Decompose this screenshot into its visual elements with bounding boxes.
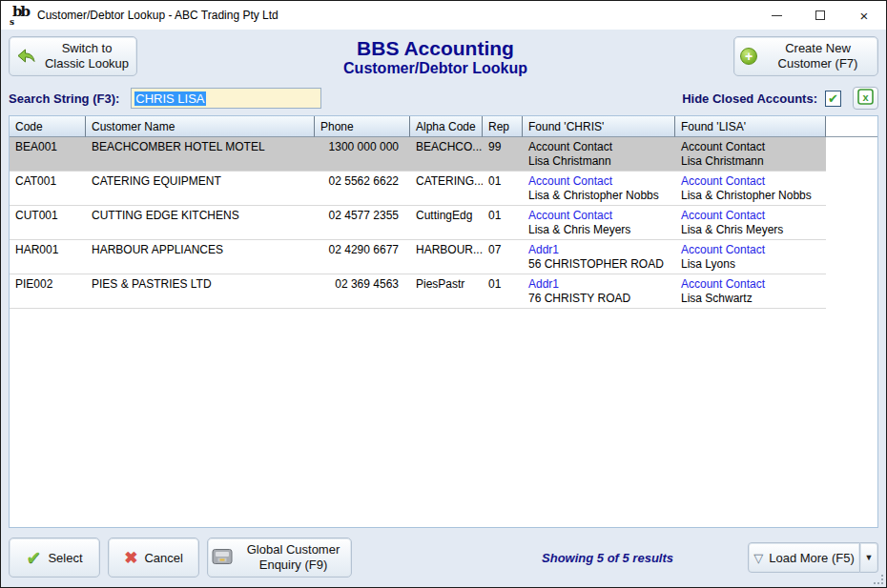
- select-button[interactable]: ✔ Select: [9, 537, 100, 578]
- switch-arrow-icon: [15, 47, 36, 67]
- lookup-window: bb s Customer/Debtor Lookup - ABC Tradin…: [0, 0, 887, 588]
- found-chris-value: Lisa & Christopher Nobbs: [528, 189, 670, 203]
- search-value: CHRIS LISA: [134, 91, 205, 106]
- select-button-label: Select: [48, 551, 82, 565]
- cell-phone: 02 4577 2355: [315, 206, 410, 240]
- cell-found-lisa: Account Contact Lisa & Christopher Nobbs: [675, 172, 826, 206]
- column-header-found-lisa[interactable]: Found 'LISA': [675, 116, 826, 137]
- table-header-row: Code Customer Name Phone Alpha Code Rep …: [10, 116, 877, 137]
- maximize-button[interactable]: [798, 1, 842, 30]
- column-header-phone[interactable]: Phone: [315, 116, 410, 137]
- create-button-label: Create New Customer (F7): [764, 41, 872, 72]
- cell-alpha-code: HARBOUR...: [410, 240, 483, 274]
- column-header-customer-name[interactable]: Customer Name: [86, 116, 315, 137]
- app-title: BBS Accounting: [137, 37, 733, 60]
- found-lisa-value: Lisa & Chris Meyers: [681, 223, 820, 237]
- cell-filler: [826, 240, 877, 274]
- cell-phone: 02 369 4563: [315, 274, 410, 309]
- cell-filler: [826, 206, 877, 240]
- found-chris-link[interactable]: Addr1: [528, 243, 670, 257]
- table-row[interactable]: HAR001 HARBOUR APPLIANCES 02 4290 6677 H…: [10, 240, 877, 274]
- found-lisa-link[interactable]: Account Contact: [681, 209, 820, 223]
- cell-alpha-code: PiesPastr: [410, 274, 483, 309]
- found-chris-link[interactable]: Account Contact: [528, 174, 670, 189]
- load-more-button[interactable]: ▽ Load More (F5): [748, 542, 860, 573]
- maximize-icon: [815, 10, 825, 20]
- cell-rep: 01: [483, 206, 523, 240]
- create-new-customer-button[interactable]: + Create New Customer (F7): [733, 36, 878, 76]
- global-button-label: Global Customer Enquiry (F9): [239, 542, 347, 574]
- table-body: BEA001 BEACHCOMBER HOTEL MOTEL 1300 000 …: [10, 137, 877, 309]
- cell-alpha-code: BEACHCO...: [410, 137, 483, 172]
- switch-button-label: Switch to Classic Lookup: [43, 41, 131, 72]
- plus-icon: +: [740, 48, 757, 65]
- results-status: Showing 5 of 5 results: [542, 551, 673, 565]
- found-chris-value: 56 CHRISTOPHER ROAD: [528, 257, 670, 272]
- cell-alpha-code: CATERING...: [410, 172, 483, 206]
- minimize-button[interactable]: [754, 1, 798, 30]
- found-lisa-link[interactable]: Account Contact: [681, 243, 820, 257]
- cell-alpha-code: CuttingEdg: [410, 206, 483, 240]
- column-header-code[interactable]: Code: [10, 116, 86, 137]
- page-title: Customer/Debtor Lookup: [137, 60, 733, 77]
- found-chris-link[interactable]: Addr1: [528, 277, 670, 292]
- cell-filler: [826, 172, 877, 206]
- minimize-icon: [772, 15, 782, 16]
- cell-code: HAR001: [10, 240, 86, 274]
- close-icon: ×: [860, 9, 869, 23]
- search-input[interactable]: CHRIS LISA: [131, 88, 321, 109]
- found-lisa-value: Lisa Christmann: [681, 154, 820, 169]
- cell-found-lisa: Account Contact Lisa Lyons: [675, 240, 826, 274]
- app-icon: bb s: [9, 6, 30, 25]
- dropdown-arrow-icon: ▼: [865, 553, 874, 562]
- column-header-rep[interactable]: Rep: [483, 116, 523, 137]
- load-more-dropdown-button[interactable]: ▼: [860, 542, 878, 573]
- cell-filler: [826, 274, 877, 309]
- cell-found-chris: Addr1 76 CHRISTY ROAD: [523, 274, 675, 309]
- cell-customer-name: CUTTING EDGE KITCHENS: [86, 206, 315, 240]
- window-title: Customer/Debtor Lookup - ABC Trading Pty…: [37, 9, 278, 22]
- cell-phone: 1300 000 000: [315, 137, 410, 172]
- cell-filler: [826, 137, 877, 172]
- cell-phone: 02 4290 6677: [315, 240, 410, 274]
- search-bar: Search String (F3): CHRIS LISA Hide Clos…: [1, 77, 886, 115]
- load-more-label: Load More (F5): [769, 551, 855, 565]
- cancel-x-icon: ✖: [124, 550, 137, 566]
- column-header-filler: [826, 116, 877, 137]
- column-header-alpha-code[interactable]: Alpha Code: [410, 116, 483, 137]
- found-lisa-link[interactable]: Account Contact: [681, 140, 820, 154]
- column-header-found-chris[interactable]: Found 'CHRIS': [523, 116, 675, 137]
- found-lisa-link[interactable]: Account Contact: [681, 174, 820, 189]
- results-table: Code Customer Name Phone Alpha Code Rep …: [9, 115, 878, 528]
- found-chris-link[interactable]: Account Contact: [528, 209, 670, 223]
- resize-grip[interactable]: [874, 575, 883, 584]
- table-row[interactable]: PIE002 PIES & PASTRIES LTD 02 369 4563 P…: [10, 274, 877, 309]
- found-chris-value: 76 CHRISTY ROAD: [528, 292, 670, 306]
- cell-code: CAT001: [10, 172, 86, 206]
- cell-rep: 01: [483, 274, 523, 309]
- title-bar: bb s Customer/Debtor Lookup - ABC Tradin…: [1, 1, 886, 30]
- hide-closed-checkbox[interactable]: ✔: [825, 91, 841, 107]
- found-chris-link[interactable]: Account Contact: [528, 140, 670, 154]
- table-row[interactable]: BEA001 BEACHCOMBER HOTEL MOTEL 1300 000 …: [10, 137, 877, 172]
- close-button[interactable]: ×: [842, 1, 886, 30]
- check-icon: ✔: [26, 549, 41, 567]
- cell-found-chris: Account Contact Lisa & Christopher Nobbs: [523, 172, 675, 206]
- cell-found-chris: Account Contact Lisa & Chris Meyers: [523, 206, 675, 240]
- cancel-button-label: Cancel: [144, 551, 182, 565]
- found-chris-value: Lisa Christmann: [528, 154, 670, 169]
- cell-found-lisa: Account Contact Lisa Christmann: [675, 137, 826, 172]
- cell-found-lisa: Account Contact Lisa Schwartz: [675, 274, 826, 309]
- found-lisa-link[interactable]: Account Contact: [681, 277, 820, 292]
- found-lisa-value: Lisa Schwartz: [681, 292, 820, 306]
- switch-to-classic-button[interactable]: Switch to Classic Lookup: [9, 36, 137, 76]
- global-customer-enquiry-button[interactable]: Global Customer Enquiry (F9): [207, 537, 352, 578]
- table-row[interactable]: CAT001 CATERING EQUIPMENT 02 5562 6622 C…: [10, 172, 877, 206]
- export-to-excel-button[interactable]: x: [853, 87, 878, 110]
- cell-customer-name: BEACHCOMBER HOTEL MOTEL: [86, 137, 315, 172]
- cancel-button[interactable]: ✖ Cancel: [108, 537, 199, 578]
- cell-found-chris: Account Contact Lisa Christmann: [523, 137, 675, 172]
- table-row[interactable]: CUT001 CUTTING EDGE KITCHENS 02 4577 235…: [10, 206, 877, 240]
- cell-customer-name: CATERING EQUIPMENT: [86, 172, 315, 206]
- cell-found-chris: Addr1 56 CHRISTOPHER ROAD: [523, 240, 675, 274]
